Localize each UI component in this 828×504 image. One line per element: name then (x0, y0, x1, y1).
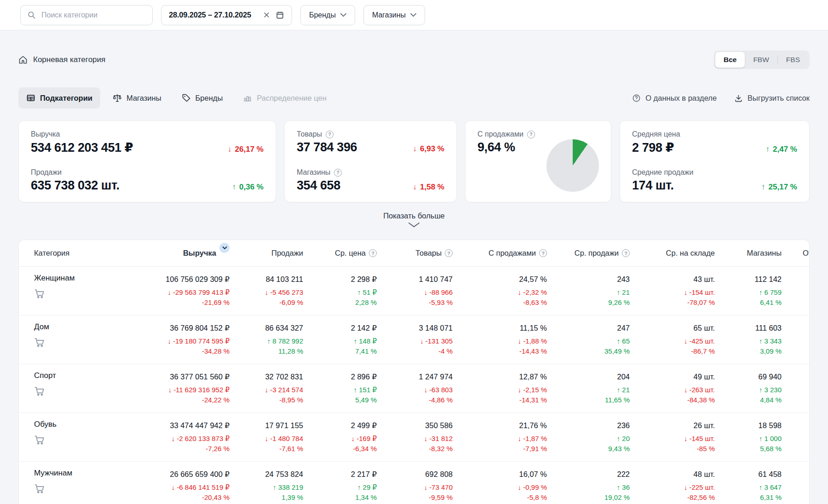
clear-date-icon[interactable] (263, 11, 270, 18)
category-name[interactable]: Дом (34, 322, 129, 332)
arrow-down-icon: ↓ (228, 145, 232, 154)
arrow-up-icon: ↑ (267, 337, 271, 345)
brands-filter-dropdown[interactable]: Бренды (300, 5, 355, 25)
about-data-button[interactable]: О данных в разделе (632, 94, 717, 103)
help-icon[interactable] (334, 169, 342, 177)
category-cell: Обувь (19, 420, 129, 461)
arrow-up-icon: ↑ (232, 183, 236, 192)
date-range-picker[interactable]: 28.09.2025 – 27.10.2025 (161, 5, 292, 25)
category-name[interactable]: Обувь (34, 420, 129, 429)
col-with-sales[interactable]: С продажами (453, 249, 547, 258)
cart-icon[interactable] (34, 386, 45, 396)
arrow-up-icon: ↑ (357, 288, 361, 296)
col-clipped[interactable]: От (782, 249, 810, 258)
metric-cell: 86 634 327↑8 782 99211,28 % (230, 322, 303, 364)
tab-shops[interactable]: Магазины (105, 87, 169, 109)
table-row[interactable]: Мужчинам 26 665 659 400 ₽↓-6 846 141 519… (19, 462, 809, 504)
category-name[interactable]: Спорт (34, 371, 129, 380)
cart-icon[interactable] (34, 435, 45, 445)
col-avg-sales[interactable]: Ср. продажи (547, 249, 630, 258)
cart-icon[interactable] (34, 337, 45, 348)
top-toolbar: 28.09.2025 – 27.10.2025 Бренды Магазины (0, 0, 828, 30)
products-value: 37 784 396 (297, 140, 357, 155)
col-avg-price[interactable]: Ср. цена (303, 249, 377, 258)
metric-cell: 204↑2111,65 % (547, 371, 630, 412)
arrow-down-icon: ↓ (265, 288, 269, 296)
export-list-button[interactable]: Выгрузить список (734, 94, 810, 103)
arrow-up-icon: ↑ (761, 183, 765, 192)
metric-cell: 26 шт.↓-145 шт.-85 % (630, 420, 715, 461)
metric-cell: 12,87 %↓-2,15 %-14,31 % (453, 371, 547, 412)
sales-delta: 0,36 % (239, 183, 264, 192)
shops-value: 354 658 (297, 178, 340, 193)
col-shops[interactable]: Магазины (715, 249, 782, 258)
clipped-cell (782, 274, 810, 315)
clipped-cell (782, 469, 810, 504)
metric-cell: 247↑6535,49 % (547, 322, 630, 364)
toggle-all[interactable]: Все (715, 52, 745, 68)
col-sales[interactable]: Продажи (230, 249, 303, 258)
help-icon[interactable] (527, 131, 535, 138)
toggle-fbs[interactable]: FBS (778, 52, 808, 68)
help-icon[interactable] (622, 249, 630, 257)
arrow-down-icon: ↓ (424, 483, 428, 491)
tab-subcategories[interactable]: Подкатегории (18, 87, 100, 109)
arrow-down-icon: ↓ (265, 386, 269, 394)
toggle-fbw[interactable]: FBW (745, 52, 777, 68)
home-icon[interactable] (18, 55, 28, 64)
metric-cell: 18 598↑1 0005,68 % (715, 420, 782, 461)
table-row[interactable]: Женщинам 106 756 029 309 ₽↓-29 563 799 4… (19, 267, 809, 315)
avg-price-label: Средняя цена (632, 130, 797, 138)
table-row[interactable]: Обувь 33 474 447 942 ₽↓-2 620 133 873 ₽-… (19, 413, 809, 462)
cart-icon[interactable] (34, 288, 45, 299)
metric-cell: 111 603↑3 3433,09 % (715, 322, 782, 364)
shops-filter-dropdown[interactable]: Магазины (363, 5, 425, 25)
clipped-cell (782, 322, 810, 364)
metric-cell: 26 665 659 400 ₽↓-6 846 141 519 ₽-20,43 … (129, 469, 230, 504)
avg-price-value: 2 798 ₽ (632, 140, 674, 155)
category-search[interactable] (20, 5, 153, 25)
col-avg-stock[interactable]: Ср. на складе (630, 249, 715, 258)
metric-cell: 17 971 155↓-1 480 784-7,61 % (230, 420, 303, 461)
help-icon[interactable] (326, 131, 334, 138)
col-category[interactable]: Категория (19, 249, 129, 258)
breadcrumb-root[interactable]: Корневая категория (33, 55, 105, 64)
col-revenue[interactable]: Выручка (129, 248, 230, 258)
card-revenue-sales: Выручка 534 612 203 451 ₽ ↓26,17 % Прода… (18, 120, 276, 202)
tab-brands[interactable]: Бренды (174, 87, 231, 109)
metric-cell: 16,07 %↓-0,99 %-5,8 % (453, 469, 547, 504)
arrow-down-icon: ↓ (684, 435, 688, 442)
metric-cell: 350 586↓-31 812-8,32 % (377, 420, 453, 461)
table-row[interactable]: Дом 36 769 804 152 ₽↓-19 180 774 595 ₽-3… (19, 315, 809, 364)
metric-cell: 48 шт.↓-225 шт.-82,56 % (630, 469, 715, 504)
arrow-up-icon: ↑ (273, 483, 276, 491)
sort-desc-icon[interactable] (219, 243, 230, 253)
search-input[interactable] (40, 11, 146, 20)
card-with-sales: С продажами 9,64 % (465, 120, 611, 202)
metric-cell: 2 896 ₽↑151 ₽5,49 % (303, 371, 377, 412)
arrow-down-icon: ↓ (168, 337, 172, 345)
category-cell: Дом (19, 322, 129, 364)
table-header: Категория Выручка Продажи Ср. цена Товар… (19, 240, 809, 267)
shops-delta: 1,58 % (420, 183, 444, 192)
search-icon (27, 11, 36, 19)
arrow-up-icon: ↑ (617, 337, 621, 345)
help-icon[interactable] (539, 249, 547, 257)
metric-cell: 69 940↑3 2304,84 % (715, 371, 782, 412)
category-name[interactable]: Мужчинам (34, 469, 129, 478)
table-row[interactable]: Спорт 36 377 051 560 ₽↓-11 629 316 952 ₽… (19, 364, 809, 413)
card-averages: Средняя цена 2 798 ₽ ↑2,47 % Средние про… (620, 120, 810, 202)
calendar-icon[interactable] (276, 11, 284, 19)
cart-icon[interactable] (34, 483, 45, 494)
arrow-down-icon: ↓ (168, 288, 172, 296)
breadcrumb[interactable]: Корневая категория (18, 55, 105, 64)
arrow-up-icon: ↑ (766, 145, 770, 154)
arrow-up-icon: ↑ (759, 483, 763, 491)
category-name[interactable]: Женщинам (34, 274, 129, 283)
col-products[interactable]: Товары (377, 249, 453, 258)
help-icon[interactable] (445, 249, 453, 257)
show-more-button[interactable]: Показать больше (18, 212, 810, 228)
help-icon[interactable] (369, 249, 377, 257)
arrow-up-icon: ↑ (617, 386, 621, 394)
category-cell: Спорт (19, 371, 129, 412)
